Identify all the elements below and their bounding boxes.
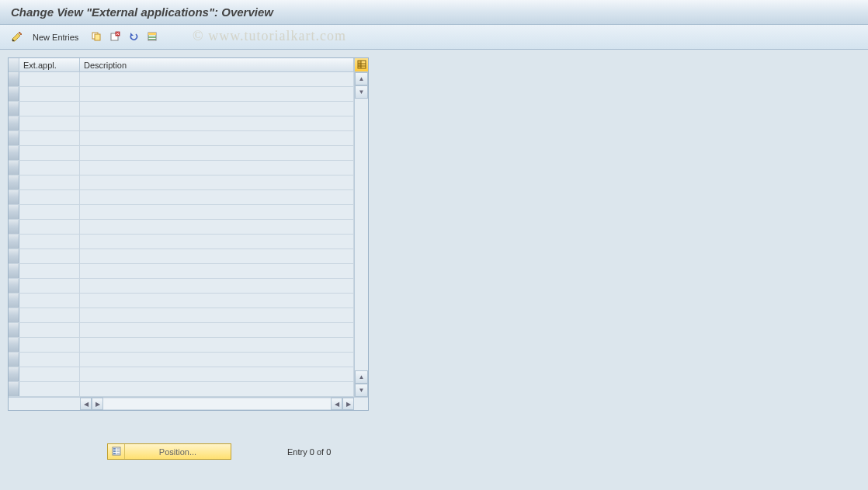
table-config-button[interactable] xyxy=(354,58,368,71)
row-selector[interactable] xyxy=(9,338,19,352)
cell-description[interactable] xyxy=(80,235,354,248)
cell-description[interactable] xyxy=(80,116,354,130)
cell-description[interactable] xyxy=(80,175,354,189)
cell-ext-appl[interactable] xyxy=(19,353,80,367)
cell-description[interactable] xyxy=(80,279,354,293)
delete-icon xyxy=(109,31,120,43)
row-selector[interactable] xyxy=(9,264,19,278)
row-selector[interactable] xyxy=(9,102,19,116)
scroll-down-button[interactable]: ▼ xyxy=(355,384,368,397)
horizontal-scrollbar[interactable]: ◀ ▶ ◀ ▶ xyxy=(9,397,368,410)
row-selector[interactable] xyxy=(9,279,19,293)
new-entries-button[interactable]: New Entries xyxy=(30,30,85,45)
scroll-left-small-button[interactable]: ◀ xyxy=(331,398,342,410)
scroll-down-small-button[interactable]: ▼ xyxy=(355,85,368,99)
cell-ext-appl[interactable] xyxy=(19,161,80,175)
cell-description[interactable] xyxy=(80,294,354,308)
row-selector[interactable] xyxy=(9,72,19,86)
table-row xyxy=(9,72,354,87)
table-row xyxy=(9,131,354,146)
hscroll-corner xyxy=(354,398,368,410)
scroll-left-button[interactable]: ◀ xyxy=(80,398,92,410)
cell-ext-appl[interactable] xyxy=(19,175,80,189)
cell-description[interactable] xyxy=(80,264,354,278)
row-selector[interactable] xyxy=(9,205,19,219)
svg-rect-19 xyxy=(116,450,120,452)
cell-ext-appl[interactable] xyxy=(19,146,80,160)
delete-button[interactable] xyxy=(108,30,122,45)
edit-button[interactable] xyxy=(9,30,25,45)
cell-ext-appl[interactable] xyxy=(19,323,80,337)
row-selector[interactable] xyxy=(9,308,19,322)
column-header-description[interactable]: Description xyxy=(80,58,354,71)
cell-ext-appl[interactable] xyxy=(19,367,80,381)
cell-ext-appl[interactable] xyxy=(19,308,80,322)
row-selector[interactable] xyxy=(9,161,19,175)
cell-description[interactable] xyxy=(80,161,354,175)
cell-ext-appl[interactable] xyxy=(19,87,80,101)
row-selector[interactable] xyxy=(9,353,19,367)
row-selector-header[interactable] xyxy=(9,58,19,71)
select-all-button[interactable] xyxy=(145,30,159,45)
cell-ext-appl[interactable] xyxy=(19,72,80,86)
cell-description[interactable] xyxy=(80,102,354,116)
row-selector[interactable] xyxy=(9,190,19,204)
cell-description[interactable] xyxy=(80,72,354,86)
cell-ext-appl[interactable] xyxy=(19,294,80,308)
cell-description[interactable] xyxy=(80,323,354,337)
copy-button[interactable] xyxy=(89,30,103,45)
cell-ext-appl[interactable] xyxy=(19,220,80,234)
column-header-ext-appl[interactable]: Ext.appl. xyxy=(19,58,80,71)
cell-ext-appl[interactable] xyxy=(19,102,80,116)
triangle-right-icon: ▶ xyxy=(346,401,351,408)
row-selector[interactable] xyxy=(9,87,19,101)
row-selector[interactable] xyxy=(9,249,19,263)
cell-description[interactable] xyxy=(80,220,354,234)
cell-ext-appl[interactable] xyxy=(19,279,80,293)
cell-description[interactable] xyxy=(80,131,354,145)
row-selector[interactable] xyxy=(9,323,19,337)
row-selector[interactable] xyxy=(9,131,19,145)
scroll-right-small-button[interactable]: ▶ xyxy=(92,398,103,410)
svg-rect-10 xyxy=(358,61,361,68)
cell-description[interactable] xyxy=(80,87,354,101)
row-selector[interactable] xyxy=(9,367,19,381)
scroll-right-button[interactable]: ▶ xyxy=(342,398,354,410)
cell-ext-appl[interactable] xyxy=(19,131,80,145)
cell-description[interactable] xyxy=(80,367,354,381)
svg-rect-16 xyxy=(113,450,116,452)
cell-description[interactable] xyxy=(80,353,354,367)
cell-ext-appl[interactable] xyxy=(19,235,80,248)
cell-ext-appl[interactable] xyxy=(19,116,80,130)
cell-description[interactable] xyxy=(80,205,354,219)
row-selector[interactable] xyxy=(9,175,19,189)
cell-ext-appl[interactable] xyxy=(19,264,80,278)
row-selector[interactable] xyxy=(9,220,19,234)
vertical-scrollbar[interactable]: ▲ ▼ ▲ ▼ xyxy=(354,72,368,397)
cell-ext-appl[interactable] xyxy=(19,338,80,352)
scroll-up-small-button[interactable]: ▲ xyxy=(355,370,368,384)
position-button[interactable]: Position... xyxy=(107,443,231,460)
row-selector[interactable] xyxy=(9,146,19,160)
cell-description[interactable] xyxy=(80,308,354,322)
cell-ext-appl[interactable] xyxy=(19,190,80,204)
cell-description[interactable] xyxy=(80,338,354,352)
cell-description[interactable] xyxy=(80,249,354,263)
cell-ext-appl[interactable] xyxy=(19,205,80,219)
row-selector[interactable] xyxy=(9,116,19,130)
scroll-track[interactable] xyxy=(355,99,368,370)
cell-description[interactable] xyxy=(80,382,354,396)
table-row xyxy=(9,279,354,294)
cell-ext-appl[interactable] xyxy=(19,249,80,263)
row-selector[interactable] xyxy=(9,382,19,396)
rows-area xyxy=(9,72,354,397)
scroll-up-button[interactable]: ▲ xyxy=(355,72,368,85)
row-selector[interactable] xyxy=(9,235,19,248)
cell-description[interactable] xyxy=(80,190,354,204)
table-row xyxy=(9,205,354,220)
undo-button[interactable] xyxy=(127,30,141,45)
cell-description[interactable] xyxy=(80,146,354,160)
row-selector[interactable] xyxy=(9,294,19,308)
cell-ext-appl[interactable] xyxy=(19,382,80,396)
hscroll-track[interactable] xyxy=(103,398,331,410)
